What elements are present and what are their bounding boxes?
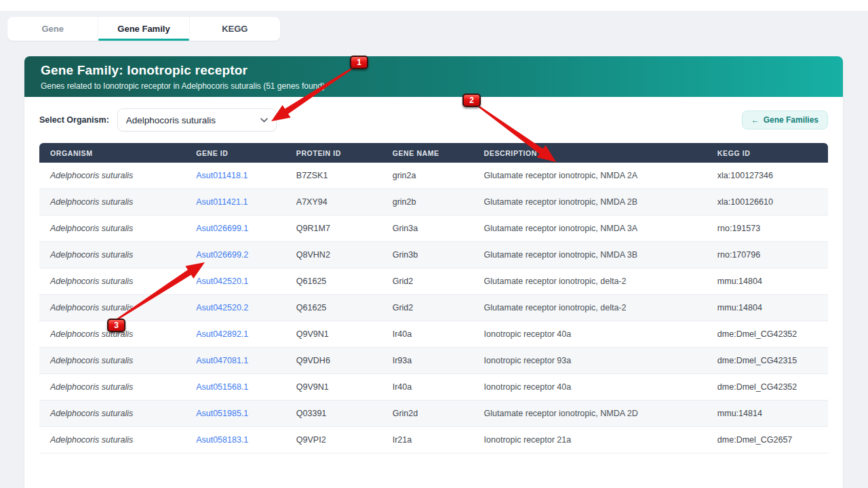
gene-id-link[interactable]: Asut051985.1 <box>196 409 248 418</box>
kegg-id-cell: dme:Dmel_CG2657 <box>707 435 828 445</box>
gene-table: ORGANISMGENE IDPROTEIN IDGENE NAMEDESCRI… <box>39 143 828 453</box>
gene-id-link: Asut026699.2 <box>185 250 285 260</box>
kegg-id-cell: xla:100127346 <box>707 171 828 180</box>
organism-cell: Adelphocoris suturalis <box>39 250 185 260</box>
organism-select[interactable]: Adelphocoris suturalis <box>117 108 277 131</box>
gene-name-cell: Grin3a <box>382 224 473 233</box>
gene-name-cell: Grid2 <box>382 277 473 286</box>
description-cell: Glutamate receptor ionotropic, NMDA 2B <box>473 197 707 207</box>
organism-cell: Adelphocoris suturalis <box>39 435 185 445</box>
organism-select-value: Adelphocoris suturalis <box>126 115 216 125</box>
gene-name-cell: Grin2d <box>382 409 473 418</box>
controls-row: Select Organism: Adelphocoris suturalis … <box>24 97 843 143</box>
description-cell: Ionotropic receptor 21a <box>473 435 707 445</box>
gene-families-button-label: Gene Families <box>764 115 818 125</box>
gene-id-link[interactable]: Asut042520.1 <box>196 277 248 286</box>
gene-id-link[interactable]: Asut042892.1 <box>196 329 248 339</box>
protein-id-cell: Q61625 <box>285 277 382 286</box>
organism-cell: Adelphocoris suturalis <box>39 277 185 286</box>
kegg-id-cell: mmu:14814 <box>707 409 828 418</box>
kegg-id-cell: dme:Dmel_CG42352 <box>707 382 828 392</box>
tab-gene-family[interactable]: Gene Family <box>98 17 189 41</box>
kegg-id-cell: rno:170796 <box>707 250 828 260</box>
tab-kegg[interactable]: KEGG <box>189 17 280 41</box>
protein-id-cell: Q03391 <box>285 409 382 418</box>
table-row: Adelphocoris suturalisAsut051985.1Q03391… <box>39 401 828 427</box>
description-cell: Ionotropic receptor 93a <box>473 356 707 365</box>
organism-cell: Adelphocoris suturalis <box>39 197 185 207</box>
kegg-id-cell: xla:100126610 <box>707 197 828 207</box>
gene-id-link[interactable]: Asut051568.1 <box>196 382 248 392</box>
gene-id-link[interactable]: Asut011418.1 <box>196 171 248 180</box>
description-cell: Ionotropic receptor 40a <box>473 382 707 392</box>
content-card: Gene Family: Ionotropic receptor Genes r… <box>24 56 843 488</box>
table-row: Adelphocoris suturalisAsut058183.1Q9VPI2… <box>39 427 828 453</box>
protein-id-cell: Q61625 <box>285 303 382 312</box>
chevron-down-icon <box>260 118 268 123</box>
table-row: Adelphocoris suturalisAsut011418.1B7ZSK1… <box>39 163 828 189</box>
gene-id-link: Asut026699.1 <box>185 224 285 233</box>
back-arrow-icon: ← <box>751 115 760 125</box>
gene-families-button[interactable]: ← Gene Families <box>742 110 828 129</box>
table-row: Adelphocoris suturalisAsut047081.1Q9VDH6… <box>39 348 828 374</box>
protein-id-cell: Q9V9N1 <box>285 329 382 339</box>
description-cell: Glutamate receptor ionotropic, NMDA 2A <box>473 171 707 180</box>
organism-label: Select Organism: <box>39 115 109 125</box>
organism-cell: Adelphocoris suturalis <box>39 224 185 233</box>
gene-name-cell: Grid2 <box>382 303 473 312</box>
organism-cell: Adelphocoris suturalis <box>39 356 185 365</box>
gene-id-link: Asut042892.1 <box>185 329 285 339</box>
kegg-id-cell: dme:Dmel_CG42315 <box>707 356 828 365</box>
column-header-gene-name: GENE NAME <box>382 149 473 157</box>
protein-id-cell: Q9R1M7 <box>285 224 382 233</box>
gene-id-link: Asut042520.1 <box>185 277 285 286</box>
gene-id-link: Asut051568.1 <box>185 382 285 392</box>
page-header: Gene Family: Ionotropic receptor Genes r… <box>24 56 843 97</box>
gene-name-cell: Ir21a <box>382 435 473 445</box>
gene-id-link[interactable]: Asut026699.2 <box>196 250 248 260</box>
description-cell: Glutamate receptor ionotropic, NMDA 3A <box>473 224 707 233</box>
description-cell: Glutamate receptor ionotropic, NMDA 3B <box>473 250 707 260</box>
page-title: Gene Family: Ionotropic receptor <box>41 63 827 78</box>
column-header-kegg-id: KEGG ID <box>707 149 828 157</box>
page-subtitle: Genes related to Ionotropic receptor in … <box>41 81 827 91</box>
table-row: Adelphocoris suturalisAsut026699.1Q9R1M7… <box>39 216 828 242</box>
organism-cell: Adelphocoris suturalis <box>39 303 185 312</box>
gene-id-link: Asut011418.1 <box>185 171 285 180</box>
table-header-row: ORGANISMGENE IDPROTEIN IDGENE NAMEDESCRI… <box>39 143 828 163</box>
gene-id-link[interactable]: Asut047081.1 <box>196 356 248 365</box>
kegg-id-cell: dme:Dmel_CG42352 <box>707 329 828 339</box>
table-row: Adelphocoris suturalisAsut042520.2Q61625… <box>39 295 828 321</box>
table-row: Adelphocoris suturalisAsut051568.1Q9V9N1… <box>39 374 828 401</box>
gene-id-link[interactable]: Asut058183.1 <box>196 435 248 445</box>
gene-name-cell: grin2a <box>382 171 473 180</box>
organism-cell: Adelphocoris suturalis <box>39 409 185 418</box>
column-header-protein-id: PROTEIN ID <box>285 149 382 157</box>
gene-name-cell: Grin3b <box>382 250 473 260</box>
tab-bar: GeneGene FamilyKEGG <box>7 17 280 41</box>
protein-id-cell: A7XY94 <box>285 197 382 207</box>
gene-id-link: Asut042520.2 <box>185 303 285 312</box>
gene-id-link[interactable]: Asut011421.1 <box>196 197 248 207</box>
table-row: Adelphocoris suturalisAsut011421.1A7XY94… <box>39 189 828 216</box>
protein-id-cell: Q8VHN2 <box>285 250 382 260</box>
table-body: Adelphocoris suturalisAsut011418.1B7ZSK1… <box>39 163 828 453</box>
organism-cell: Adelphocoris suturalis <box>39 171 185 180</box>
gene-id-link: Asut051985.1 <box>185 409 285 418</box>
protein-id-cell: B7ZSK1 <box>285 171 382 180</box>
gene-id-link[interactable]: Asut042520.2 <box>196 303 248 312</box>
description-cell: Glutamate receptor ionotropic, delta-2 <box>473 303 707 312</box>
gene-id-link: Asut047081.1 <box>185 356 285 365</box>
gene-name-cell: grin2b <box>382 197 473 207</box>
top-strip <box>0 0 868 11</box>
column-header-gene-id: GENE ID <box>185 149 285 157</box>
column-header-organism: ORGANISM <box>39 149 185 157</box>
gene-name-cell: Ir40a <box>382 382 473 392</box>
gene-id-link[interactable]: Asut026699.1 <box>196 224 248 233</box>
tab-gene[interactable]: Gene <box>7 17 98 41</box>
organism-cell: Adelphocoris suturalis <box>39 382 185 392</box>
gene-id-link: Asut011421.1 <box>185 197 285 207</box>
table-row: Adelphocoris suturalisAsut042520.1Q61625… <box>39 268 828 295</box>
kegg-id-cell: rno:191573 <box>707 224 828 233</box>
gene-id-link: Asut058183.1 <box>185 435 285 445</box>
